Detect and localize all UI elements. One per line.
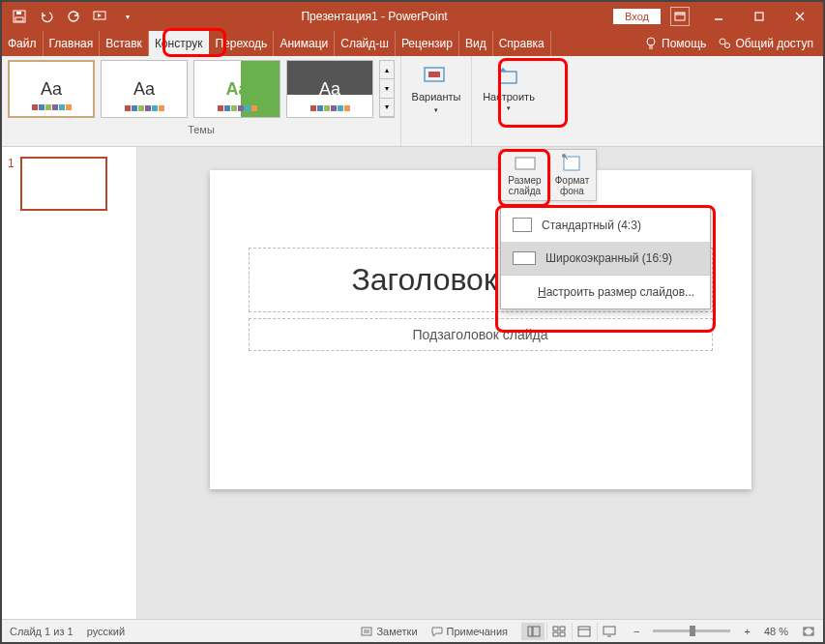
tell-me-label: Помощь (662, 37, 706, 50)
slide-indicator[interactable]: Слайд 1 из 1 (10, 626, 74, 637)
size-standard-label: Стандартный (4:3) (542, 219, 641, 232)
theme-more-icon[interactable]: ▾ (380, 99, 394, 117)
theme-scroll-up-icon[interactable]: ▴ (380, 61, 394, 79)
view-sorter-icon[interactable] (546, 623, 570, 640)
customize-group: Настроить ▾ (472, 56, 545, 146)
theme-scroller: ▴ ▾ ▾ (379, 60, 395, 118)
slide-size-button[interactable]: Размер слайда (501, 150, 548, 200)
share-icon (718, 37, 731, 50)
svg-rect-2 (16, 12, 21, 15)
customize-button[interactable]: Настроить ▾ (480, 62, 538, 116)
maximize-button[interactable] (740, 3, 779, 30)
comments-button[interactable]: Примечания (431, 626, 509, 637)
svg-rect-31 (578, 627, 590, 636)
svg-rect-25 (528, 627, 532, 636)
format-bg-icon (560, 154, 585, 173)
variants-button[interactable]: Варианты ▾ (409, 62, 463, 116)
zoom-percent[interactable]: 48 % (764, 626, 788, 637)
zoom-out-button[interactable]: − (633, 626, 639, 637)
slide-size-icon (513, 154, 538, 173)
zoom-in-button[interactable]: + (744, 626, 750, 637)
share-label: Общий доступ (735, 37, 813, 50)
titlebar: ▾ Презентация1 - PowerPoint Вход (2, 2, 823, 31)
theme-thumb-3[interactable]: Aa (193, 60, 280, 118)
view-slideshow-icon[interactable] (597, 623, 620, 640)
svg-rect-18 (499, 72, 516, 83)
qat-more-icon[interactable]: ▾ (120, 9, 135, 24)
size-custom-option[interactable]: Настроить размер слайдов... (501, 276, 710, 308)
svg-point-15 (725, 44, 730, 48)
tab-slideshow[interactable]: Слайд-ш (335, 31, 396, 56)
svg-point-11 (647, 38, 655, 45)
close-button[interactable] (781, 3, 819, 30)
ratio-4-3-icon (513, 218, 532, 232)
size-custom-mnemonic: Н (538, 285, 546, 299)
svg-rect-8 (755, 13, 763, 20)
svg-rect-19 (516, 158, 535, 169)
statusbar: Слайд 1 из 1 русский Заметки Примечания … (2, 619, 823, 642)
theme-thumb-4[interactable]: Aa (286, 60, 373, 118)
comments-icon (431, 626, 443, 637)
slide-size-menu: Стандартный (4:3) Широкоэкранный (16:9) … (500, 207, 711, 309)
size-standard-option[interactable]: Стандартный (4:3) (501, 208, 710, 242)
subtitle-placeholder[interactable]: Подзаголовок слайда (249, 318, 713, 351)
slide-number: 1 (8, 157, 15, 211)
svg-rect-27 (553, 627, 558, 630)
tab-view[interactable]: Вид (459, 31, 493, 56)
undo-icon[interactable] (39, 9, 54, 24)
tab-help[interactable]: Справка (493, 31, 551, 56)
signin-button[interactable]: Вход (613, 9, 661, 24)
ratio-16-9-icon (513, 251, 536, 265)
format-background-button[interactable]: Формат фона (548, 150, 596, 200)
window-title: Презентация1 - PowerPoint (135, 10, 613, 23)
svg-rect-1 (15, 17, 23, 21)
tab-home[interactable]: Главная (44, 31, 101, 56)
theme-scroll-down-icon[interactable]: ▾ (380, 79, 394, 98)
tab-animations[interactable]: Анимаци (274, 31, 335, 56)
tab-file[interactable]: Файл (2, 31, 44, 56)
svg-point-14 (720, 39, 725, 44)
slideshow-start-icon[interactable] (93, 9, 108, 24)
tell-me[interactable]: Помощь (644, 37, 706, 50)
save-icon[interactable] (12, 9, 27, 24)
slide-size-label: Размер слайда (503, 175, 546, 196)
notes-label: Заметки (376, 626, 417, 637)
notes-button[interactable]: Заметки (361, 626, 417, 637)
view-reading-icon[interactable] (572, 623, 595, 640)
customize-icon (495, 66, 522, 89)
svg-rect-26 (533, 627, 540, 636)
view-normal-icon[interactable] (521, 623, 545, 640)
tab-insert[interactable]: Вставк (100, 31, 149, 56)
redo-icon[interactable] (66, 9, 81, 24)
customize-label: Настроить (483, 91, 535, 102)
ribbon-tabs: Файл Главная Вставк Конструк Переходь Ан… (2, 31, 823, 56)
quick-access-toolbar: ▾ (6, 9, 135, 24)
theme-thumb-2[interactable]: Aa (101, 60, 188, 118)
language-indicator[interactable]: русский (87, 626, 125, 637)
ribbon-display-icon[interactable] (670, 7, 690, 26)
slide-editor[interactable]: Заголовок слайда Подзаголовок слайда (137, 147, 823, 619)
theme-thumb-1[interactable]: Aa (8, 60, 95, 118)
svg-rect-28 (560, 627, 565, 630)
view-buttons (521, 623, 620, 640)
svg-point-21 (562, 154, 566, 158)
notes-icon (361, 626, 372, 637)
svg-rect-29 (553, 632, 558, 636)
svg-rect-17 (428, 72, 440, 77)
variants-icon (423, 64, 450, 87)
tab-transitions[interactable]: Переходь (209, 31, 274, 56)
tab-review[interactable]: Рецензир (396, 31, 459, 56)
lightbulb-icon (644, 37, 658, 50)
variants-label: Варианты (412, 91, 461, 102)
tab-design[interactable]: Конструк (149, 31, 210, 56)
minimize-button[interactable] (699, 3, 738, 30)
fit-to-window-icon[interactable] (802, 626, 815, 637)
themes-group-label: Темы (8, 118, 395, 135)
size-custom-label: астроить размер слайдов... (546, 285, 694, 299)
slide-thumbnail-1[interactable] (20, 157, 107, 211)
format-bg-label: Формат фона (550, 175, 594, 196)
size-widescreen-option[interactable]: Широкоэкранный (16:9) (501, 242, 710, 275)
window-controls: Вход (613, 3, 819, 30)
zoom-slider[interactable] (653, 629, 730, 632)
share-button[interactable]: Общий доступ (718, 37, 813, 50)
